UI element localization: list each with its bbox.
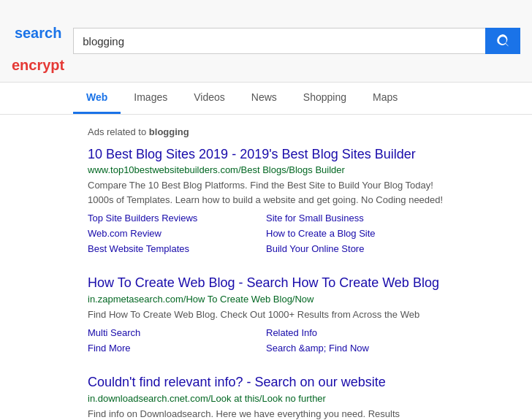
result-2-links: Multi Search Related Info Find More Sear… [88, 326, 444, 355]
result-1-title[interactable]: 10 Best Blog Sites 2019 - 2019's Best Bl… [88, 146, 444, 163]
result-2-link-3[interactable]: Search &amp; Find Now [266, 341, 444, 355]
result-2-link-2[interactable]: Find More [88, 341, 266, 355]
result-1-link-0[interactable]: Top Site Builders Reviews [88, 211, 266, 225]
tab-shopping[interactable]: Shopping [290, 83, 360, 114]
result-2-title[interactable]: How To Create Web Blog - Search How To C… [88, 275, 444, 291]
search-button[interactable] [485, 28, 520, 54]
result-1-link-1[interactable]: Site for Small Business [266, 211, 444, 225]
result-1-link-3[interactable]: How to Create a Blog Site [266, 226, 444, 240]
result-2-desc: Find How To Create Web Blog. Check Out 1… [88, 308, 444, 322]
result-1-url: www.top10bestwebsitebuilders.com/Best Bl… [88, 164, 444, 175]
result-1-link-4[interactable]: Best Website Templates [88, 242, 266, 256]
tab-videos[interactable]: Videos [180, 83, 238, 114]
result-2-link-0[interactable]: Multi Search [88, 326, 266, 340]
tab-maps[interactable]: Maps [360, 83, 411, 114]
header: search encrypt [0, 0, 532, 83]
result-3-desc: Find info on Downloadsearch. Here we hav… [88, 407, 444, 420]
result-1-desc: Compare The 10 Best Blog Platforms. Find… [88, 178, 444, 207]
tab-web[interactable]: Web [73, 83, 121, 114]
tab-news[interactable]: News [238, 83, 290, 114]
ads-label: Ads related to blogging [88, 126, 444, 137]
nav-tabs: Web Images Videos News Shopping Maps [0, 83, 532, 115]
result-3-url: in.downloadsearch.cnet.com/Look at this/… [88, 393, 444, 404]
main-content: Ads related to blogging 10 Best Blog Sit… [0, 115, 532, 420]
logo: search encrypt [12, 9, 64, 73]
search-icon [495, 34, 510, 48]
result-1-link-2[interactable]: Web.com Review [88, 226, 266, 240]
search-bar [73, 28, 520, 54]
result-1-link-5[interactable]: Build Your Online Store [266, 242, 444, 256]
result-3-title[interactable]: Couldn't find relevant info? - Search on… [88, 374, 444, 391]
result-3: Couldn't find relevant info? - Search on… [88, 374, 444, 420]
result-1-links: Top Site Builders Reviews Site for Small… [88, 211, 444, 256]
tab-images[interactable]: Images [121, 83, 180, 114]
result-2-url: in.zapmetasearch.com/How To Create Web B… [88, 294, 444, 305]
result-1: 10 Best Blog Sites 2019 - 2019's Best Bl… [88, 146, 444, 256]
search-input[interactable] [73, 28, 485, 54]
result-2-link-1[interactable]: Related Info [266, 326, 444, 340]
result-2: How To Create Web Blog - Search How To C… [88, 275, 444, 355]
